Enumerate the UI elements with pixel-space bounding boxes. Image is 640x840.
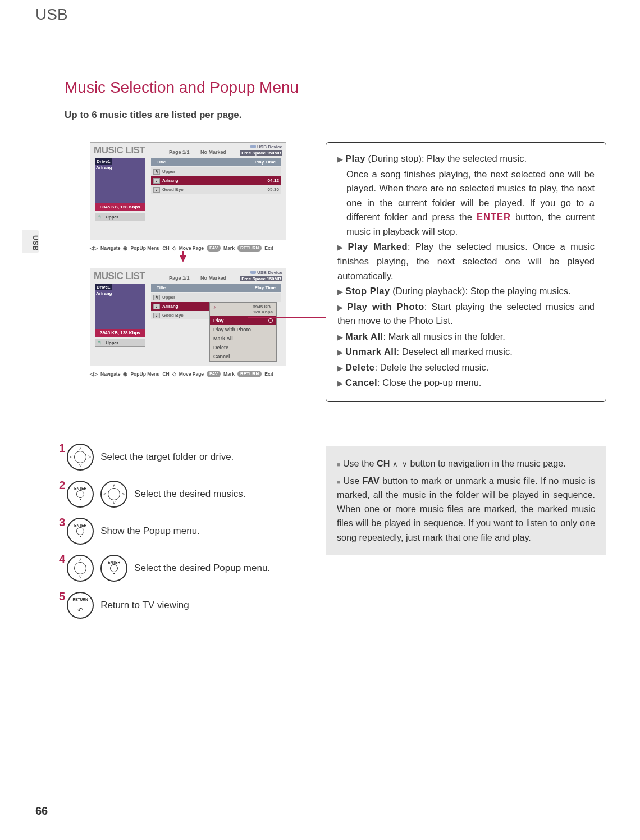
ml-drive: Drive1 <box>95 284 112 290</box>
step-3-text: Show the Popup menu. <box>100 526 200 537</box>
ml-title: MUSIC LIST <box>94 145 145 156</box>
ml-free: Free Space 150MB <box>240 276 282 281</box>
desc-stop-play: ▶Stop Play (During playback): Stop the p… <box>337 284 595 299</box>
music-icon: ♪ <box>153 187 160 193</box>
ml-row-upper: ↰ Upper <box>151 293 281 302</box>
ml-usb: USB Device <box>250 270 282 275</box>
ml-col-header: TitlePlay Time <box>151 158 281 166</box>
music-list-screenshot-1: MUSIC LIST Page 1/1 No Marked USB Device… <box>90 142 286 240</box>
subtitle: Up to 6 music titles are listed per page… <box>65 109 242 121</box>
step-3: 3 ENTER Show the Popup menu. <box>59 518 312 545</box>
step-5-text: Return to TV viewing <box>100 600 189 611</box>
description-box: ▶Play (During stop): Play the selected m… <box>326 142 606 402</box>
tip-1: ■Use the CH ∧ ∨ button to navigation in … <box>337 456 595 471</box>
step-4-text: Select the desired Popup menu. <box>134 563 270 574</box>
desc-unmark-all: ▶Unmark All: Deselect all marked music. <box>337 345 595 359</box>
ml-nomarked: No Marked <box>200 149 226 155</box>
ml-row-2: ♪ Good Bye 05:30 <box>151 185 281 194</box>
nav-up-down-icon: ∧∨ <box>67 555 94 582</box>
desc-mark-all: ▶Mark All: Mark all musics in the folder… <box>337 330 595 344</box>
desc-play-with-photo: ▶Play with Photo: Start playing the sele… <box>337 300 595 328</box>
popup-delete: Delete <box>210 343 276 352</box>
step-1-text: Select the target folder or drive. <box>100 451 234 463</box>
transition-arrow-icon <box>180 255 186 262</box>
desc-cancel: ▶Cancel: Close the pop-up menu. <box>337 376 595 390</box>
enter-button-icon: ENTER <box>100 555 127 582</box>
ml-title: MUSIC LIST <box>94 271 145 282</box>
desc-play: ▶Play (During stop): Play the selected m… <box>337 152 595 166</box>
popup-menu: ♪ 3945 KB128 Kbps Play Play with Photo M… <box>209 302 277 362</box>
enter-button-icon: ENTER <box>67 481 94 508</box>
tips-box: ■Use the CH ∧ ∨ button to navigation in … <box>326 446 606 555</box>
on-screen-navbar-1: ◁▷Navigate ◉PopUp Menu CH◇Move Page FAVM… <box>90 245 286 252</box>
on-screen-navbar-2: ◁▷Navigate ◉PopUp Menu CH◇Move Page FAVM… <box>90 371 286 377</box>
enter-dot-icon <box>268 318 273 323</box>
tip-2: ■Use FAV button to mark or unmark a musi… <box>337 474 595 545</box>
callout-line <box>248 317 326 318</box>
page-header: USB <box>35 6 68 24</box>
step-2-text: Select the desired musics. <box>134 489 245 500</box>
step-5: 5 RETURN Return to TV viewing <box>59 592 312 619</box>
steps-list: 1 ∧∨<> Select the target folder or drive… <box>59 444 312 629</box>
ml-nomarked: No Marked <box>200 275 226 281</box>
return-button-icon: RETURN <box>67 592 94 619</box>
desc-play-marked: ▶Play Marked: Play the selected musics. … <box>337 240 595 283</box>
step-2: 2 ENTER ∧∨<> Select the desired musics. <box>59 481 312 508</box>
popup-cancel: Cancel <box>210 352 276 361</box>
popup-play-with-photo: Play with Photo <box>210 325 276 334</box>
ml-thumb-name: Arirang <box>95 291 112 296</box>
ml-upper-btn: Upper <box>95 339 145 347</box>
nav-wheel-icon: ∧∨<> <box>100 481 127 508</box>
sidebar-tab: USB <box>22 230 39 253</box>
ml-col-header: TitlePlay Time <box>151 284 281 292</box>
ml-pageinfo: Page 1/1 <box>169 275 190 281</box>
ml-row-1: ♪ Arirang <box>151 302 213 311</box>
music-icon: ♪ <box>153 304 160 309</box>
section-title: Music Selection and Popup Menu <box>65 79 299 97</box>
desc-play-cont: Once a song finishes playing, the next s… <box>337 167 595 239</box>
ml-row-upper: ↰ Upper <box>151 167 281 176</box>
ml-usb: USB Device <box>250 144 282 149</box>
popup-fileinfo: ♪ 3945 KB128 Kbps <box>210 303 276 316</box>
ml-upper-btn: Upper <box>95 213 145 221</box>
ml-row-1: ♪ Arirang 04:12 <box>151 176 281 185</box>
step-1: 1 ∧∨<> Select the target folder or drive… <box>59 444 312 471</box>
music-icon: ♪ <box>153 178 160 184</box>
ml-size: 3945 KB, 128 Kbps <box>95 203 145 211</box>
ml-pageinfo: Page 1/1 <box>169 149 190 155</box>
step-4: 4 ∧∨ ENTER Select the desired Popup menu… <box>59 555 312 582</box>
ml-thumb-name: Arirang <box>95 165 112 170</box>
page-number: 66 <box>35 805 48 818</box>
desc-delete: ▶Delete: Delete the selected music. <box>337 360 595 375</box>
ml-size: 3945 KB, 128 Kbps <box>95 329 145 337</box>
music-icon: ♪ <box>153 313 160 318</box>
popup-mark-all: Mark All <box>210 334 276 343</box>
ml-row-2: ♪ Good Bye <box>151 311 213 319</box>
folder-up-icon: ↰ <box>153 295 160 300</box>
ml-drive: Drive1 <box>95 158 112 165</box>
folder-up-icon: ↰ <box>153 169 160 175</box>
enter-button-icon: ENTER <box>67 518 94 545</box>
ml-free: Free Space 150MB <box>240 150 282 156</box>
nav-wheel-icon: ∧∨<> <box>67 444 94 471</box>
